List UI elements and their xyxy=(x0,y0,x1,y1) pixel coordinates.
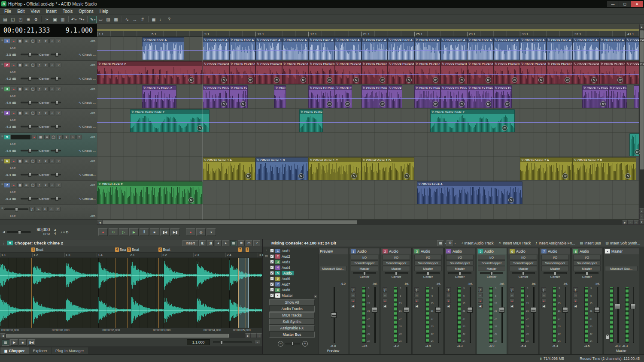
zoom-out-icon[interactable]: − xyxy=(628,220,633,225)
filter-midi-tracks[interactable]: MIDI Tracks xyxy=(269,312,315,318)
track-lane-3[interactable]: ↻Check Fx Piano 2↻Check Fx Piano 2fx↻Che… xyxy=(97,85,639,109)
track-zoom-in-icon[interactable]: + xyxy=(639,208,644,214)
device-button[interactable]: Soundmapper xyxy=(478,260,505,265)
mixer-list-aud8[interactable]: ✓8Aud8 xyxy=(269,287,316,293)
chopper-position[interactable]: 1.1.000 xyxy=(187,339,210,345)
audio-clip[interactable]: ↻Official Verse 2 Bfx xyxy=(573,157,636,180)
track-volume-slider[interactable] xyxy=(21,150,38,151)
time-selection-tool-button[interactable]: ↔ xyxy=(131,16,139,23)
filter-master-bus[interactable]: Master Bus xyxy=(269,332,315,338)
audio-clip[interactable]: ↻Check Face A xyxy=(229,37,256,60)
zoom-out-icon[interactable]: − xyxy=(278,341,283,347)
track-bus-button[interactable]: ∿Official... xyxy=(79,197,96,201)
fx-badge[interactable]: fx xyxy=(301,77,306,83)
select-double-button[interactable]: ◨ xyxy=(207,240,214,246)
open-project-button[interactable]: ◱ xyxy=(9,16,17,23)
audio-clip[interactable]: ↻Check Face A xyxy=(308,37,335,60)
track-pan-slider[interactable] xyxy=(51,126,61,127)
channel-fader[interactable] xyxy=(404,287,410,343)
audio-clip[interactable]: ↻Check Plucked 2fx xyxy=(547,61,573,84)
audio-clip[interactable]: ↻Check Plucked 2fx xyxy=(388,61,414,84)
slider-knob[interactable] xyxy=(292,342,294,346)
fx-badge[interactable]: fx xyxy=(433,101,438,107)
track-phrase-icon[interactable]: ▦ xyxy=(17,183,23,187)
audio-clip[interactable]: ↻Check Face A xyxy=(467,37,494,60)
phones-icon[interactable]: ∩ xyxy=(49,183,55,187)
bpm-value[interactable]: 90,000 xyxy=(36,228,50,232)
fader-handle[interactable] xyxy=(404,307,409,313)
fader-handle[interactable] xyxy=(594,307,600,313)
fx-badge[interactable]: fx xyxy=(197,125,203,131)
fx-badge[interactable]: fx xyxy=(221,101,227,107)
track-volume-slider[interactable] xyxy=(21,102,38,103)
fader-handle[interactable] xyxy=(331,312,337,318)
channel-record-arm-icon[interactable]: ● xyxy=(478,299,483,303)
stop-button[interactable]: ■ xyxy=(150,228,159,236)
track-list-icon[interactable]: ≣ xyxy=(44,135,50,139)
track-pan-slider[interactable] xyxy=(51,198,61,199)
io-button[interactable]: I/O xyxy=(573,255,601,260)
audio-clip[interactable]: ↻Check Fx Piano 2fx xyxy=(467,85,494,108)
checkbox-checked-icon[interactable]: ✓ xyxy=(270,260,274,264)
mixer-list-aud5[interactable]: ✓5Aud5 xyxy=(269,270,316,276)
chopper-stop-button[interactable]: ■ xyxy=(19,339,27,346)
filter-soft-synths[interactable]: Soft Synths xyxy=(269,319,315,325)
play-from-start-button[interactable]: ▷ xyxy=(119,228,128,236)
channel-mute-icon[interactable]: ◀ xyxy=(573,304,578,308)
io-button[interactable]: I/O xyxy=(351,255,378,260)
track-phrase-icon[interactable]: ▦ xyxy=(17,111,23,115)
fx-badge[interactable]: fx xyxy=(351,173,357,179)
tab-chopper[interactable]: ▦Chopper xyxy=(0,347,29,354)
io-button[interactable]: I/O xyxy=(510,255,537,260)
device-button[interactable]: Soundmapper xyxy=(383,260,410,265)
track-help-icon[interactable]: ? xyxy=(76,135,82,139)
fx-dropdown-icon[interactable]: ▾ xyxy=(43,159,49,163)
track-phrase-icon[interactable]: ▦ xyxy=(17,63,23,67)
pan-slider[interactable] xyxy=(353,272,376,274)
chopper-marker[interactable]: 3 xyxy=(246,247,249,252)
slider-knob[interactable] xyxy=(28,53,31,57)
track-fx-icon[interactable]: ƒ xyxy=(36,111,42,115)
vscroll-track[interactable] xyxy=(639,30,644,208)
chopper-time-ruler[interactable]: 00:00:00,00000:00:01,00000:00:02,00000:0… xyxy=(0,328,262,333)
checkbox-checked-icon[interactable]: ✓ xyxy=(270,249,274,253)
device-button[interactable]: Soundmapper xyxy=(446,260,474,265)
track-lane-4[interactable]: ↻Check Guitar Fade 2fx↻Check Guitar↻Chec… xyxy=(97,109,639,133)
channel-fader[interactable] xyxy=(594,287,600,343)
scroll-track[interactable] xyxy=(103,220,622,225)
chopper-beat-ruler[interactable]: 1.11.21.31.42.12.22.32.43.1 xyxy=(0,253,262,258)
track-header-2[interactable]: ≡2●▦≣◯ƒ▾∩?-Inf.Out-4,2 dBCenter∿Check ..… xyxy=(0,61,97,85)
track-volume-slider[interactable] xyxy=(21,174,38,175)
channel-phones-icon[interactable]: ∩ xyxy=(414,293,419,297)
audio-clip[interactable]: ↻Check Fx Piano 2fx xyxy=(203,85,229,108)
fx-badge[interactable]: fx xyxy=(298,173,304,179)
phones-icon[interactable]: ∩ xyxy=(49,39,55,43)
channel-fader[interactable] xyxy=(615,287,621,343)
slider-knob[interactable] xyxy=(363,272,366,275)
paste-button[interactable]: ▥ xyxy=(59,16,67,23)
select-half-button[interactable]: ◧ xyxy=(199,240,206,246)
publish-button[interactable]: ⊕ xyxy=(24,16,32,23)
audio-clip[interactable]: ↻Check Fx Piano 2fx xyxy=(440,85,467,108)
fader-handle[interactable] xyxy=(615,304,620,309)
mixer-list-aud1[interactable]: ✓1Aud1 xyxy=(269,248,316,253)
audio-clip[interactable]: ↻Check Fx Piano 2fx xyxy=(414,85,441,108)
fader-handle[interactable] xyxy=(531,307,536,313)
audio-clip[interactable]: ↻Check Fx Piano 2 xyxy=(608,85,627,108)
fader-handle[interactable] xyxy=(562,307,568,313)
audio-clip[interactable]: ↻Check Plucked 2fx xyxy=(229,61,256,84)
chopper-scrollbar[interactable]: ◀ ▶ − + xyxy=(0,333,262,338)
audio-clip[interactable]: ↻Check Plucked 2fx xyxy=(255,61,282,84)
scroll-right-icon[interactable]: ▶ xyxy=(245,333,251,338)
track-bus-button[interactable]: ∿Official... xyxy=(79,173,96,177)
channel-fx-icon[interactable]: ƒ xyxy=(383,287,387,292)
track-pan-slider[interactable] xyxy=(51,54,61,55)
track-fx-icon[interactable]: ƒ xyxy=(36,159,42,163)
channel-record-arm-icon[interactable]: ● xyxy=(573,299,578,303)
device-button[interactable]: Soundmapper xyxy=(510,260,537,265)
pan-slider[interactable] xyxy=(385,272,408,274)
record-arm-icon[interactable]: ● xyxy=(11,159,16,163)
slider-knob[interactable] xyxy=(586,272,588,275)
slider-knob[interactable] xyxy=(459,272,461,275)
slider-knob[interactable] xyxy=(55,101,58,105)
